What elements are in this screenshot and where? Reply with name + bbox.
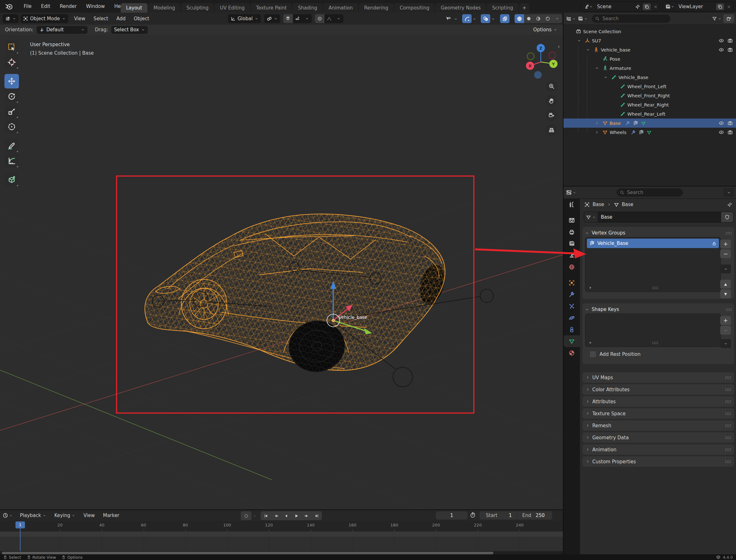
navigation-gizmo[interactable]: Z X Y — [519, 37, 563, 84]
rotate-tool[interactable] — [4, 89, 19, 104]
shading-dropdown[interactable] — [552, 14, 562, 23]
scene-browse-icon[interactable] — [581, 2, 595, 11]
chev-down[interactable] — [595, 66, 599, 70]
move-group-up-button[interactable]: ▲ — [720, 280, 731, 289]
chev-right[interactable] — [595, 121, 599, 125]
add-shape-key-button[interactable]: + — [720, 316, 731, 325]
pin-id-icon[interactable] — [727, 202, 732, 207]
snap-toggle[interactable] — [283, 14, 293, 23]
scale-tool[interactable] — [4, 104, 19, 119]
next-keyframe-button[interactable] — [302, 512, 311, 520]
vertex-group-item[interactable]: Vehicle_Base — [587, 239, 719, 248]
workspace-tab-sculpting[interactable]: Sculpting — [181, 3, 214, 13]
playhead-badge[interactable]: 1 — [15, 521, 25, 528]
workspace-tab-animation[interactable]: Animation — [323, 3, 358, 13]
outliner-row-su7[interactable]: SU7 — [563, 36, 736, 45]
outliner-search-input[interactable] — [602, 15, 667, 22]
outliner-display-mode-button[interactable] — [578, 16, 587, 21]
delete-scene-button[interactable] — [651, 2, 660, 11]
mode-selector[interactable]: Object Mode — [21, 14, 68, 23]
annotate-tool[interactable] — [4, 138, 19, 153]
menu-window[interactable]: Window — [82, 3, 110, 9]
properties-search-input[interactable] — [626, 189, 680, 196]
menu-render[interactable]: Render — [55, 3, 81, 9]
new-collection-button[interactable] — [723, 14, 734, 23]
outliner-row-vehicle-base[interactable]: Vehicle_base — [563, 45, 736, 54]
overlays-chevron[interactable] — [491, 16, 495, 21]
frame-range-fields[interactable]: Start 1 End 250 — [479, 511, 552, 520]
timeline-menu-marker[interactable]: Marker — [99, 513, 124, 518]
properties-tab-object[interactable] — [563, 277, 580, 289]
panel-grip[interactable] — [725, 412, 731, 415]
play-button[interactable] — [292, 512, 301, 520]
options-dropdown[interactable]: Options — [533, 25, 557, 35]
properties-tab-data[interactable] — [563, 335, 580, 347]
viewlayer-selector[interactable]: ViewLayer — [663, 2, 733, 12]
panel-grip[interactable] — [726, 308, 732, 311]
transform-orientation-selector[interactable]: Global — [228, 14, 261, 23]
gizmos-toggle[interactable] — [462, 14, 471, 23]
move-tool[interactable] — [4, 74, 19, 88]
properties-tab-modifiers[interactable] — [563, 289, 580, 300]
chev-down[interactable] — [577, 39, 581, 43]
panel-geometry-data[interactable]: Geometry Data — [582, 432, 734, 443]
vertex-group-specials-button[interactable] — [720, 265, 731, 273]
timeline-ruler[interactable]: 20 40 60 80 100 120 140 160 180 200 220 … — [0, 521, 563, 532]
panel-grip[interactable] — [725, 436, 731, 439]
scene-selector[interactable]: Scene — [581, 2, 660, 12]
panel-grip[interactable] — [726, 232, 732, 234]
viewlayer-name[interactable]: ViewLayer — [677, 4, 715, 9]
properties-tab-render[interactable] — [563, 214, 580, 226]
measure-tool[interactable] — [4, 154, 19, 168]
timeline-menu-playback[interactable]: Playback — [16, 513, 50, 518]
panel-texture-space[interactable]: Texture Space — [582, 408, 734, 419]
properties-tab-viewlayer[interactable] — [563, 238, 580, 249]
mesh-name-field[interactable]: Base — [584, 212, 733, 222]
shape-key-specials-button[interactable] — [720, 339, 731, 348]
pin-scene-icon[interactable] — [633, 2, 642, 11]
properties-tab-tool[interactable] — [563, 198, 580, 210]
panel-grip[interactable] — [725, 376, 731, 379]
proportional-edit-toggle[interactable] — [315, 14, 325, 23]
workspace-tab-geometry-nodes[interactable]: Geometry Nodes — [435, 3, 486, 13]
viewport-3d[interactable]: Vehicle_base User Perspective (1) Scene … — [0, 35, 563, 509]
camera-data-icon[interactable] — [727, 47, 733, 52]
keying-set-chevron[interactable] — [253, 513, 256, 519]
chev-down[interactable] — [586, 48, 590, 52]
panel-attributes[interactable]: Attributes — [582, 396, 734, 407]
menu-file[interactable]: File — [19, 3, 36, 9]
viewport-menu-object[interactable]: Object — [130, 16, 153, 21]
shading-material-toggle[interactable] — [533, 14, 543, 23]
panel-color-attributes[interactable]: Color Attributes — [582, 384, 734, 395]
transform-tool[interactable] — [4, 119, 19, 134]
shape-keys-title[interactable]: Shape Keys — [592, 307, 619, 312]
move-group-down-button[interactable]: ▼ — [720, 289, 731, 298]
workspace-tab-layout[interactable]: Layout — [121, 3, 148, 13]
camera-data-icon[interactable] — [727, 38, 733, 43]
proportional-falloff-icon[interactable] — [325, 14, 334, 23]
properties-tab-constraints[interactable] — [563, 324, 580, 335]
snap-mode-icon[interactable] — [293, 14, 302, 23]
panel-grip[interactable] — [725, 400, 731, 403]
orientation-default-dropdown[interactable]: Default — [37, 26, 88, 34]
panel-animation[interactable]: Animation — [582, 444, 734, 455]
list-grip[interactable] — [652, 286, 658, 289]
workspace-tab-scripting[interactable]: Scripting — [487, 3, 519, 13]
gizmos-chevron[interactable] — [472, 16, 476, 21]
outliner-row-wheels[interactable]: Wheels — [563, 128, 736, 137]
outliner-row-base[interactable]: Base — [563, 119, 736, 128]
properties-tab-scene[interactable] — [563, 249, 580, 261]
panel-grip[interactable] — [725, 424, 731, 427]
lock-open-icon[interactable] — [712, 240, 716, 246]
eye-icon[interactable] — [719, 47, 724, 52]
scene-name[interactable]: Scene — [595, 4, 633, 9]
camera-view-button[interactable] — [545, 109, 557, 121]
proportional-dropdown[interactable] — [334, 14, 344, 23]
timeline-tracks[interactable] — [0, 537, 563, 551]
workspace-tab-uv-editing[interactable]: UV Editing — [215, 3, 250, 13]
workspace-tab-texture-paint[interactable]: Texture Paint — [251, 3, 292, 13]
vertex-group-icon[interactable] — [639, 130, 644, 135]
properties-options-chevron[interactable] — [723, 188, 734, 197]
panel-remesh[interactable]: Remesh — [582, 420, 734, 431]
properties-tab-material[interactable] — [563, 347, 580, 359]
